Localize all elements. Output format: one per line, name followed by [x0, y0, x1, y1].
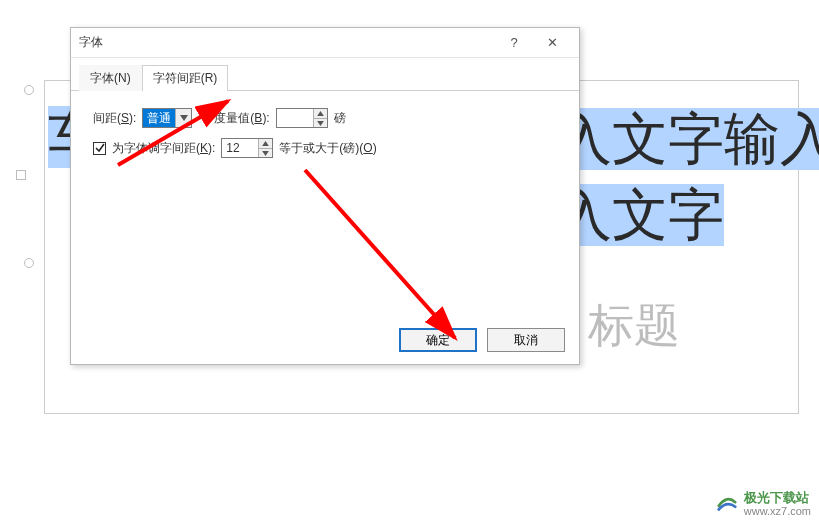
dialog-titlebar: 字体 ? ✕	[71, 28, 579, 58]
cancel-button[interactable]: 取消	[487, 328, 565, 352]
cancel-label: 取消	[514, 332, 538, 349]
measure-spinbox[interactable]	[276, 108, 328, 128]
resize-handle[interactable]	[24, 85, 34, 95]
spacing-label: 间距(S):	[93, 110, 136, 127]
watermark-logo-icon	[716, 493, 738, 515]
spin-buttons[interactable]	[258, 139, 272, 157]
resize-handle[interactable]	[24, 258, 34, 268]
kerning-spinbox[interactable]: 12	[221, 138, 273, 158]
kerning-checkbox[interactable]	[93, 142, 106, 155]
ok-button[interactable]: 确定	[399, 328, 477, 352]
dialog-buttons: 确定 取消	[399, 328, 565, 352]
text-line-2: 入文字	[556, 178, 724, 254]
kerning-value: 12	[222, 139, 258, 157]
chevron-down-icon	[175, 109, 191, 127]
dialog-tabs: 字体(N) 字符间距(R)	[71, 58, 579, 91]
kerning-label: 为字体调字间距(K):	[112, 140, 215, 157]
measure-value	[277, 109, 313, 127]
font-dialog: 字体 ? ✕ 字体(N) 字符间距(R) 间距(S): 普通 度量值(B):	[70, 27, 580, 365]
kerning-row: 为字体调字间距(K): 12 等于或大于(磅)(O)	[93, 135, 557, 161]
spin-up-icon	[314, 109, 327, 118]
tab-font-label: 字体(N)	[90, 71, 131, 85]
ok-label: 确定	[426, 332, 450, 349]
spacing-dropdown-value: 普通	[143, 109, 175, 127]
tab-font[interactable]: 字体(N)	[79, 65, 142, 91]
spin-up-icon	[259, 139, 272, 148]
resize-handle[interactable]	[16, 170, 26, 180]
spin-down-icon	[259, 148, 272, 157]
dialog-body: 间距(S): 普通 度量值(B): 磅	[71, 91, 579, 179]
watermark: 极光下载站 www.xz7.com	[716, 491, 811, 517]
text-line-1: 入文字输入	[556, 102, 819, 178]
tab-char-spacing[interactable]: 字符间距(R)	[142, 65, 229, 91]
title-placeholder: 标题	[588, 295, 680, 357]
help-button[interactable]: ?	[495, 31, 533, 55]
spin-buttons[interactable]	[313, 109, 327, 127]
dialog-title: 字体	[79, 34, 495, 51]
tab-spacing-label: 字符间距(R)	[153, 71, 218, 85]
spacing-dropdown[interactable]: 普通	[142, 108, 192, 128]
close-button[interactable]: ✕	[533, 31, 571, 55]
spacing-row: 间距(S): 普通 度量值(B): 磅	[93, 105, 557, 131]
spin-down-icon	[314, 118, 327, 127]
watermark-name: 极光下载站	[744, 491, 811, 505]
measure-label: 度量值(B):	[214, 110, 269, 127]
measure-unit: 磅	[334, 110, 346, 127]
watermark-url: www.xz7.com	[744, 505, 811, 517]
kerning-tail: 等于或大于(磅)(O)	[279, 140, 376, 157]
